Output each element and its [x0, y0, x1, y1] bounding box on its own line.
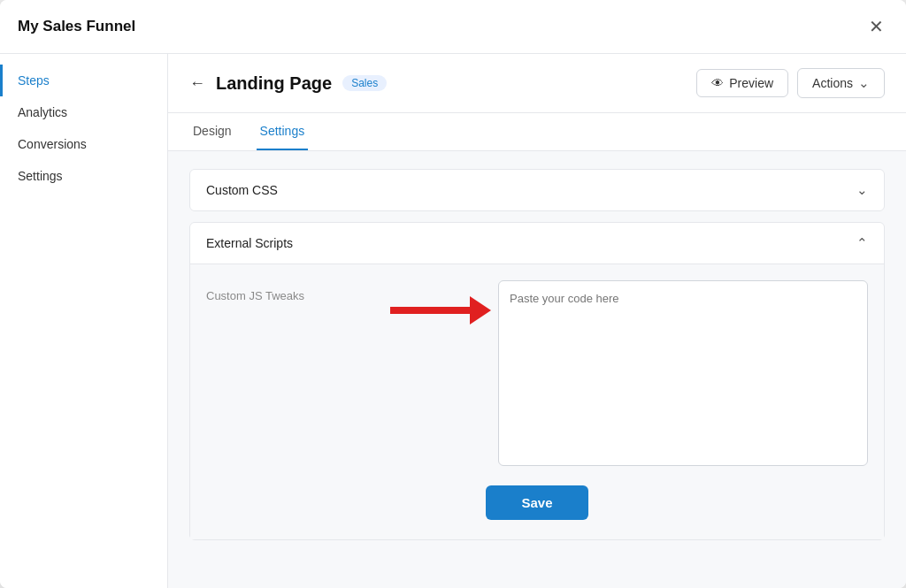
accordion-external-scripts: External Scripts ⌃ Custom JS Tweaks — [189, 222, 885, 540]
code-textarea[interactable] — [498, 280, 868, 466]
chevron-down-icon: ⌄ — [856, 182, 868, 198]
back-button[interactable]: ← — [189, 74, 205, 93]
app-window: My Sales Funnel ✕ Steps Analytics Conver… — [0, 0, 906, 588]
sidebar-item-steps[interactable]: Steps — [0, 65, 167, 96]
actions-button[interactable]: Actions ⌄ — [797, 68, 885, 98]
accordion-custom-css-header[interactable]: Custom CSS ⌄ — [190, 170, 884, 210]
accordion-custom-css-title: Custom CSS — [206, 183, 278, 197]
sidebar-item-analytics[interactable]: Analytics — [0, 96, 167, 128]
header-right: 👁 Preview Actions ⌄ — [696, 68, 885, 98]
chevron-down-icon: ⌄ — [858, 75, 870, 91]
eye-icon: 👁 — [711, 76, 724, 90]
close-button[interactable]: ✕ — [864, 14, 888, 39]
sales-badge: Sales — [342, 75, 387, 91]
save-button[interactable]: Save — [486, 485, 587, 520]
tab-settings[interactable]: Settings — [257, 113, 309, 150]
preview-label: Preview — [729, 76, 773, 90]
accordion-external-scripts-header[interactable]: External Scripts ⌃ — [190, 223, 884, 263]
sidebar-item-conversions[interactable]: Conversions — [0, 128, 167, 160]
save-row: Save — [206, 485, 868, 520]
accordion-external-scripts-body: Custom JS Tweaks — [190, 263, 884, 539]
preview-button[interactable]: 👁 Preview — [696, 69, 788, 97]
main-layout: Steps Analytics Conversions Settings ← L… — [0, 54, 906, 588]
accordion-external-scripts-title: External Scripts — [206, 236, 293, 250]
red-arrow-icon — [390, 296, 491, 325]
window-title: My Sales Funnel — [18, 18, 135, 35]
content-header: ← Landing Page Sales 👁 Preview Actions ⌄ — [168, 54, 906, 113]
sidebar-item-settings[interactable]: Settings — [0, 160, 167, 192]
arrow-indicator — [383, 280, 498, 325]
code-input-col — [498, 280, 868, 470]
header-left: ← Landing Page Sales — [189, 73, 387, 94]
external-scripts-row: Custom JS Tweaks — [206, 280, 868, 470]
content-area: ← Landing Page Sales 👁 Preview Actions ⌄ — [168, 54, 906, 588]
accordion-custom-css: Custom CSS ⌄ — [189, 169, 885, 211]
title-bar: My Sales Funnel ✕ — [0, 0, 906, 54]
arrow-head — [470, 296, 491, 325]
custom-js-label: Custom JS Tweaks — [206, 280, 383, 302]
tab-design[interactable]: Design — [189, 113, 235, 150]
sidebar: Steps Analytics Conversions Settings — [0, 54, 168, 588]
page-title: Landing Page — [216, 73, 332, 94]
arrow-shaft — [390, 307, 470, 314]
content-body: Custom CSS ⌄ External Scripts ⌃ Custom J… — [168, 151, 906, 588]
chevron-up-icon: ⌃ — [856, 235, 868, 251]
actions-label: Actions — [812, 76, 853, 90]
tab-bar: Design Settings — [168, 113, 906, 151]
